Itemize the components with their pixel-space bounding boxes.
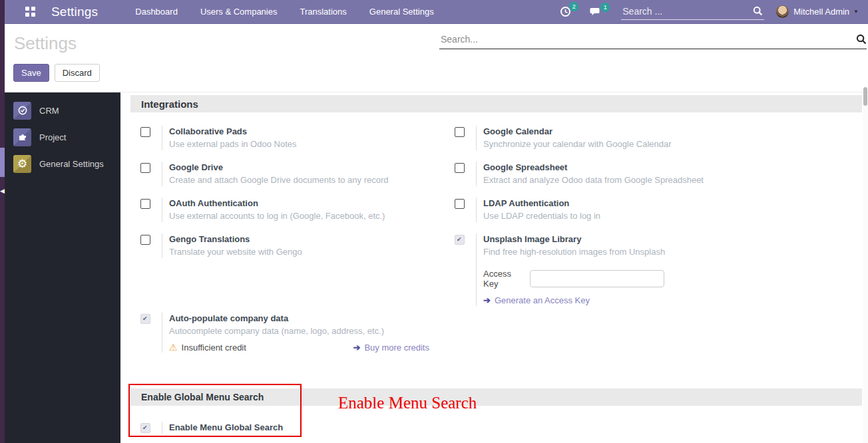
setting-title[interactable]: Collaborative Pads bbox=[169, 126, 455, 138]
setting-title[interactable]: Enable Menu Global Search bbox=[169, 422, 863, 434]
setting-subtitle: Translate your website with Gengo bbox=[169, 245, 455, 258]
content-scrollbar[interactable] bbox=[863, 92, 868, 443]
setting-subtitle: Use LDAP credentials to log in bbox=[483, 210, 769, 222]
checkbox-enable-menu-global-search-checked[interactable] bbox=[140, 423, 150, 433]
checkbox-gengo-translations[interactable] bbox=[140, 235, 150, 245]
setting-oauth-authentication: OAuth Authentication Use external accoun… bbox=[140, 198, 455, 233]
setting-auto-populate-company-data: Auto-populate company data Autocomplete … bbox=[140, 313, 455, 372]
sidebar-item-general-settings[interactable]: ⚙ General Settings bbox=[5, 150, 120, 177]
settings-search-input[interactable] bbox=[439, 31, 867, 49]
navbar-right: 2 1 Mitchell Admin ▼ bbox=[560, 4, 868, 20]
setting-ldap-authentication: LDAP Authentication Use LDAP credentials… bbox=[455, 198, 769, 233]
setting-subtitle: Find free high-resolution images from Un… bbox=[483, 245, 769, 258]
setting-gengo-translations: Gengo Translations Translate your websit… bbox=[140, 233, 455, 313]
settings-content: Integrations Collaborative Pads Use exte… bbox=[120, 92, 863, 443]
navbar-search-input[interactable] bbox=[621, 4, 764, 20]
setting-title[interactable]: OAuth Authentication bbox=[169, 198, 455, 210]
section-header-enable-global-menu-search: Enable Global Menu Search bbox=[130, 388, 862, 406]
sidebar-item-label: CRM bbox=[39, 106, 59, 116]
scrollbar-thumb[interactable] bbox=[863, 87, 867, 106]
arrow-right-icon bbox=[353, 343, 365, 353]
generate-access-key-link[interactable]: Generate an Access Key bbox=[483, 295, 590, 305]
setting-title[interactable]: Google Spreadsheet bbox=[483, 162, 769, 174]
chevron-down-icon: ▼ bbox=[853, 9, 859, 15]
settings-search bbox=[439, 31, 867, 49]
checkbox-collaborative-pads[interactable] bbox=[140, 127, 150, 137]
messages-chat-icon[interactable]: 1 bbox=[590, 7, 602, 17]
sidebar-item-label: Project bbox=[39, 132, 66, 142]
insufficient-credit-warning: Insufficient credit bbox=[169, 342, 246, 353]
setting-google-drive: Google Drive Create and attach Google Dr… bbox=[140, 162, 455, 198]
sidebar-item-crm[interactable]: CRM bbox=[5, 97, 120, 124]
activity-badge: 2 bbox=[569, 2, 578, 11]
setting-title[interactable]: Auto-populate company data bbox=[169, 313, 455, 325]
window-left-strip: ◀ bbox=[0, 0, 5, 443]
chevron-left-icon[interactable]: ◀ bbox=[0, 188, 5, 194]
search-icon[interactable] bbox=[856, 34, 867, 45]
setting-google-spreadsheet: Google Spreadsheet Extract and analyze O… bbox=[455, 162, 769, 198]
save-button[interactable]: Save bbox=[13, 64, 49, 82]
menu-general-settings[interactable]: General Settings bbox=[369, 7, 434, 17]
setting-subtitle: Synchronize your calendar with Google Ca… bbox=[483, 138, 769, 150]
access-key-input[interactable] bbox=[530, 270, 664, 287]
sidebar-item-label: General Settings bbox=[39, 159, 104, 169]
gear-icon: ⚙ bbox=[13, 155, 31, 173]
setting-title[interactable]: Gengo Translations bbox=[169, 233, 455, 245]
setting-subtitle: Use external accounts to log in (Google,… bbox=[169, 210, 455, 222]
checkbox-unsplash-checked[interactable] bbox=[455, 235, 465, 245]
search-icon[interactable] bbox=[753, 6, 763, 16]
setting-unsplash-image-library: Unsplash Image Library Find free high-re… bbox=[455, 233, 769, 313]
setting-title[interactable]: LDAP Authentication bbox=[483, 198, 769, 210]
menu-users-companies[interactable]: Users & Companies bbox=[200, 7, 278, 17]
app-brand-title[interactable]: Settings bbox=[51, 5, 98, 19]
control-panel: Settings Save Discard bbox=[5, 25, 868, 92]
enable-global-menu-search-section: Enable Global Menu Search Enable Menu Gl… bbox=[120, 388, 863, 434]
checkbox-oauth-authentication[interactable] bbox=[140, 199, 150, 209]
setting-collaborative-pads: Collaborative Pads Use external pads in … bbox=[140, 126, 455, 162]
apps-grid-icon[interactable] bbox=[25, 7, 35, 17]
menu-dashboard[interactable]: Dashboard bbox=[135, 7, 178, 17]
activity-clock-icon[interactable]: 2 bbox=[560, 6, 571, 17]
menu-translations[interactable]: Translations bbox=[300, 7, 346, 17]
user-menu[interactable]: Mitchell Admin ▼ bbox=[776, 5, 859, 18]
active-menu-indicator bbox=[0, 148, 5, 177]
user-avatar bbox=[776, 5, 789, 18]
access-key-label: Access Key bbox=[483, 269, 525, 289]
messages-badge: 1 bbox=[600, 3, 610, 12]
settings-grid: Collaborative Pads Use external pads in … bbox=[140, 126, 863, 372]
navbar-search bbox=[621, 4, 764, 20]
top-navbar: Settings Dashboard Users & Companies Tra… bbox=[0, 0, 868, 24]
buy-more-credits-link[interactable]: Buy more credits bbox=[353, 343, 429, 353]
discard-button[interactable]: Discard bbox=[55, 64, 100, 82]
checkbox-google-drive[interactable] bbox=[140, 163, 150, 173]
setting-title[interactable]: Unsplash Image Library bbox=[483, 233, 769, 245]
sidebar-item-project[interactable]: Project bbox=[5, 124, 120, 150]
setting-google-calendar: Google Calendar Synchronize your calenda… bbox=[455, 126, 769, 162]
warning-icon bbox=[169, 343, 182, 353]
top-menu: Dashboard Users & Companies Translations… bbox=[135, 7, 433, 17]
section-header-integrations: Integrations bbox=[130, 95, 862, 112]
page-title: Settings bbox=[14, 33, 77, 54]
settings-sidebar: CRM Project ⚙ General Settings bbox=[5, 92, 120, 443]
setting-subtitle: Autocomplete company data (name, logo, a… bbox=[169, 325, 455, 337]
setting-subtitle: Create and attach Google Drive documents… bbox=[169, 174, 455, 186]
setting-subtitle: Use external pads in Odoo Notes bbox=[169, 138, 455, 150]
red-annotation-text: Enable Menu Search bbox=[338, 394, 477, 412]
setting-title[interactable]: Google Drive bbox=[169, 162, 455, 174]
checkbox-ldap-authentication[interactable] bbox=[455, 199, 465, 209]
project-icon bbox=[13, 128, 31, 146]
arrow-right-icon bbox=[483, 295, 495, 305]
checkbox-auto-populate-checked[interactable] bbox=[140, 314, 150, 324]
setting-enable-menu-global-search: Enable Menu Global Search bbox=[140, 422, 863, 434]
setting-title[interactable]: Google Calendar bbox=[483, 126, 769, 138]
checkbox-google-spreadsheet[interactable] bbox=[455, 163, 465, 173]
crm-icon bbox=[13, 102, 31, 120]
setting-subtitle: Extract and analyze Odoo data from Googl… bbox=[483, 174, 769, 186]
user-name: Mitchell Admin bbox=[793, 7, 849, 17]
checkbox-google-calendar[interactable] bbox=[455, 127, 465, 137]
